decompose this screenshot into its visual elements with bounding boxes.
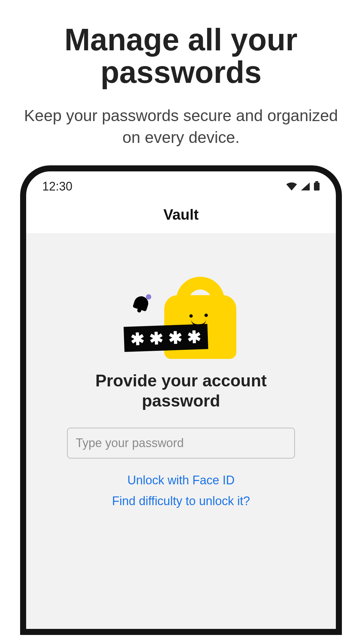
lock-eye-icon — [204, 314, 208, 317]
wifi-icon — [286, 179, 297, 194]
status-bar: 12:30 — [26, 171, 336, 200]
unlock-face-id-link[interactable]: Unlock with Face ID — [26, 473, 336, 487]
svg-rect-1 — [314, 182, 320, 191]
password-input[interactable] — [67, 428, 295, 459]
cellular-signal-icon — [301, 179, 310, 194]
app-header-title: Vault — [26, 200, 336, 233]
battery-icon — [314, 179, 320, 194]
status-icons — [286, 179, 320, 194]
svg-rect-0 — [315, 181, 318, 182]
marketing-title: Manage all your passwords — [0, 23, 362, 88]
vault-illustration: ✱✱✱✱ — [117, 277, 245, 357]
vault-heading: Provide your account password — [26, 371, 336, 411]
marketing-subtitle: Keep your passwords secure and organized… — [0, 105, 362, 149]
phone-frame: 12:30 Vault ✱✱✱ — [20, 165, 342, 635]
password-strip-icon: ✱✱✱✱ — [124, 324, 208, 352]
unlock-help-link[interactable]: Find difficulty to unlock it? — [26, 494, 336, 508]
lock-eye-icon — [189, 314, 193, 318]
bell-icon — [128, 291, 154, 316]
status-time: 12:30 — [42, 179, 72, 194]
app-body: ✱✱✱✱ Provide your account password Unloc… — [26, 233, 336, 630]
